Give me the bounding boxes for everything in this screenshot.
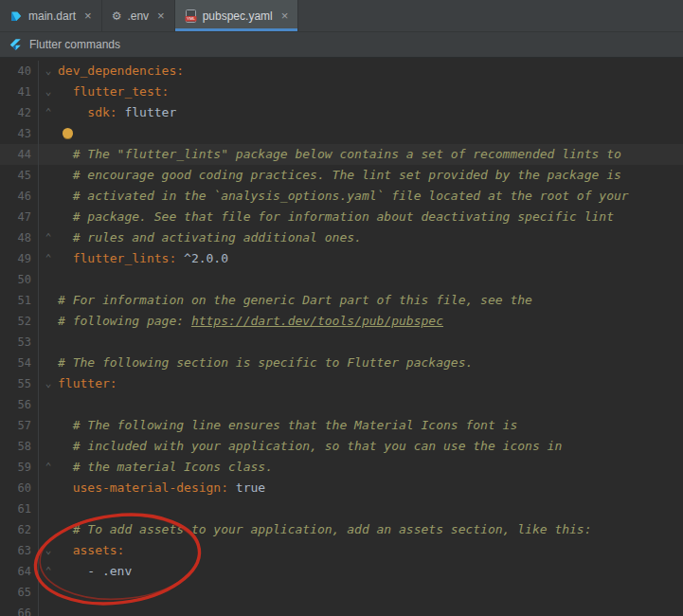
code-text: assets: xyxy=(58,540,124,561)
fold-gutter xyxy=(38,269,58,290)
code-text: flutter_test: xyxy=(58,82,169,102)
fold-marker-icon[interactable]: ⌃ xyxy=(38,561,58,582)
code-token: flutter: xyxy=(58,376,117,390)
env-file-icon: ⚙ xyxy=(112,10,122,22)
tab-label: pubspec.yaml xyxy=(203,9,273,23)
line-number: 63 xyxy=(0,540,38,561)
code-line[interactable]: 53 xyxy=(0,332,683,353)
fold-gutter xyxy=(38,519,58,540)
fold-marker-icon[interactable]: ⌄ xyxy=(38,373,58,394)
line-number: 50 xyxy=(0,269,38,290)
code-token: # To add assets to your application, add… xyxy=(58,522,592,536)
code-line[interactable]: 44 # The "flutter_lints" package below c… xyxy=(0,144,683,165)
tab-label: main.dart xyxy=(28,9,76,23)
fold-marker-icon[interactable]: ⌃ xyxy=(38,457,58,478)
fold-gutter xyxy=(38,582,58,603)
code-token: sdk: xyxy=(87,105,117,119)
code-line[interactable]: 57 # The following line ensures that the… xyxy=(0,415,683,436)
code-line[interactable]: 60 uses-material-design: true xyxy=(0,478,683,498)
code-token: true xyxy=(228,480,265,495)
code-token: dev_dependencies: xyxy=(58,63,184,78)
code-token: # rules and activating additional ones. xyxy=(58,230,362,245)
code-line[interactable]: 63⌄ assets: xyxy=(0,540,683,561)
code-token: # package. See that file for information… xyxy=(58,209,614,224)
code-line[interactable]: 55⌄flutter: xyxy=(0,373,683,394)
code-line[interactable]: 65 xyxy=(0,582,683,603)
fold-marker-icon[interactable]: ⌄ xyxy=(38,61,58,82)
code-token: # The following line ensures that the Ma… xyxy=(58,418,517,432)
tab-env[interactable]: ⚙ .env × xyxy=(102,0,175,31)
svg-text:YML: YML xyxy=(187,16,196,21)
code-token: # The "flutter_lints" package below cont… xyxy=(58,147,621,161)
fold-gutter xyxy=(38,394,58,415)
fold-gutter xyxy=(38,498,58,519)
fold-gutter xyxy=(38,478,58,498)
code-token xyxy=(58,480,73,495)
code-line[interactable]: 49⌃ flutter_lints: ^2.0.0 xyxy=(0,248,683,269)
code-text: - .env xyxy=(58,561,132,582)
line-number: 43 xyxy=(0,123,38,144)
code-token xyxy=(58,251,73,265)
code-line[interactable]: 45 # encourage good coding practices. Th… xyxy=(0,165,683,186)
fold-marker-icon[interactable]: ⌃ xyxy=(38,102,58,123)
code-token: uses-material-design: xyxy=(73,480,228,495)
code-text: # The following section is specific to F… xyxy=(58,353,473,373)
code-text: # rules and activating additional ones. xyxy=(58,227,362,248)
code-token xyxy=(58,84,73,99)
code-line[interactable]: 48⌃ # rules and activating additional on… xyxy=(0,227,683,248)
line-number: 46 xyxy=(0,186,38,207)
line-number: 40 xyxy=(0,61,38,82)
line-number: 59 xyxy=(0,457,38,478)
line-number: 60 xyxy=(0,478,38,498)
code-line[interactable]: 40⌄dev_dependencies: xyxy=(0,61,683,82)
code-line[interactable]: 52# following page: https://dart.dev/too… xyxy=(0,311,683,332)
code-line[interactable]: 41⌄ flutter_test: xyxy=(0,82,683,102)
fold-gutter xyxy=(38,311,58,332)
editor[interactable]: 40⌄dev_dependencies:41⌄ flutter_test:42⌃… xyxy=(0,59,683,616)
close-icon[interactable]: × xyxy=(84,9,92,22)
fold-gutter xyxy=(38,436,58,457)
code-line[interactable]: 58 # included with your application, so … xyxy=(0,436,683,457)
fold-marker-icon[interactable]: ⌃ xyxy=(38,248,58,269)
fold-marker-icon[interactable]: ⌄ xyxy=(38,540,58,561)
url-link[interactable]: https://dart.dev/tools/pub/pubspec xyxy=(191,314,443,328)
intention-bulb-icon[interactable] xyxy=(63,128,73,138)
code-line[interactable]: 47 # package. See that file for informat… xyxy=(0,207,683,227)
code-line[interactable]: 50 xyxy=(0,269,683,290)
code-line[interactable]: 61 xyxy=(0,498,683,519)
code-text: sdk: flutter xyxy=(58,102,176,123)
tab-main-dart[interactable]: main.dart × xyxy=(0,0,102,31)
code-line[interactable]: 51# For information on the generic Dart … xyxy=(0,290,683,311)
code-line[interactable]: 64⌃ - .env xyxy=(0,561,683,582)
fold-marker-icon[interactable]: ⌄ xyxy=(38,82,58,102)
fold-gutter xyxy=(38,290,58,311)
code-line[interactable]: 42⌃ sdk: flutter xyxy=(0,102,683,123)
code-text: uses-material-design: true xyxy=(58,478,265,498)
code-line[interactable]: 62 # To add assets to your application, … xyxy=(0,519,683,540)
fold-marker-icon[interactable]: ⌃ xyxy=(38,227,58,248)
close-icon[interactable]: × xyxy=(281,9,289,22)
code-line[interactable]: 66 xyxy=(0,603,683,616)
code-line[interactable]: 46 # activated in the `analysis_options.… xyxy=(0,186,683,207)
code-token: flutter xyxy=(117,105,177,119)
line-number: 55 xyxy=(0,373,38,394)
close-icon[interactable]: × xyxy=(157,9,165,22)
fold-gutter xyxy=(38,415,58,436)
code-line[interactable]: 56 xyxy=(0,394,683,415)
line-number: 61 xyxy=(0,498,38,519)
line-number: 54 xyxy=(0,353,38,373)
code-text: flutter_lints: ^2.0.0 xyxy=(58,248,228,269)
line-number: 47 xyxy=(0,207,38,227)
fold-gutter xyxy=(38,165,58,186)
flutter-icon xyxy=(9,38,22,52)
code-line[interactable]: 54# The following section is specific to… xyxy=(0,353,683,373)
tab-pubspec-yaml[interactable]: YML pubspec.yaml × xyxy=(175,0,299,31)
line-number: 53 xyxy=(0,332,38,353)
code-line[interactable]: 43 xyxy=(0,123,683,144)
code-line[interactable]: 59⌃ # the material Icons class. xyxy=(0,457,683,478)
line-number: 62 xyxy=(0,519,38,540)
code-token: # activated in the `analysis_options.yam… xyxy=(58,189,629,203)
code-text: # The following line ensures that the Ma… xyxy=(58,415,517,436)
code-token: # included with your application, so tha… xyxy=(58,439,562,453)
code-text: # included with your application, so tha… xyxy=(58,436,562,457)
